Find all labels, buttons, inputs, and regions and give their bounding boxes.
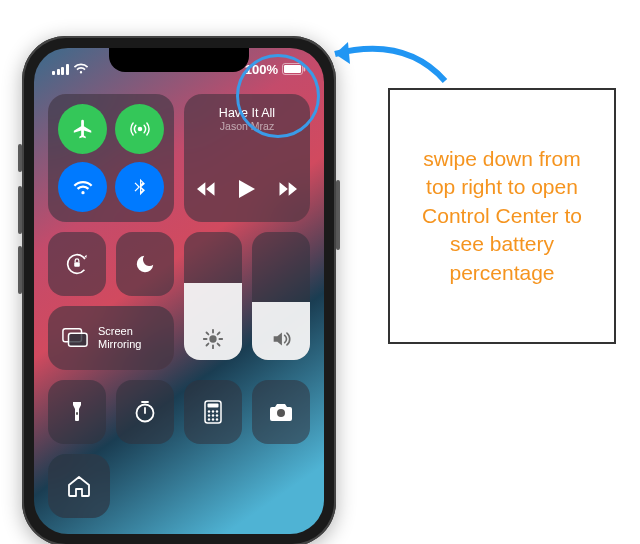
lock-dnd-row [48, 232, 174, 296]
svg-point-25 [216, 410, 218, 412]
svg-rect-2 [304, 67, 306, 72]
cellular-data-button[interactable] [115, 104, 164, 154]
screen: 100% [34, 48, 324, 534]
svg-line-12 [218, 344, 220, 346]
svg-rect-22 [208, 404, 219, 408]
wifi-icon [73, 63, 89, 75]
status-right: 100% [245, 62, 306, 77]
media-tile[interactable]: Have It All Jason Mraz [184, 94, 310, 222]
bluetooth-button[interactable] [115, 162, 164, 212]
volume-slider[interactable] [252, 232, 310, 360]
wifi-button[interactable] [58, 162, 107, 212]
media-info: Have It All Jason Mraz [194, 106, 300, 132]
do-not-disturb-button[interactable] [116, 232, 174, 296]
instruction-callout: swipe down from top right to open Contro… [388, 88, 616, 344]
calculator-button[interactable] [184, 380, 242, 444]
media-controls [194, 180, 300, 202]
forward-button[interactable] [277, 182, 297, 200]
svg-point-6 [209, 335, 216, 342]
battery-percent: 100% [245, 62, 278, 77]
notch [109, 48, 249, 72]
tools-row-left [48, 380, 174, 444]
svg-point-32 [277, 409, 285, 417]
home-button[interactable] [48, 454, 110, 518]
brightness-slider[interactable] [184, 232, 242, 360]
svg-point-31 [216, 418, 218, 420]
svg-point-30 [212, 418, 214, 420]
screen-mirroring-button[interactable]: Screen Mirroring [48, 306, 174, 370]
svg-line-11 [206, 332, 208, 334]
control-center[interactable]: Have It All Jason Mraz [34, 94, 324, 518]
svg-rect-16 [69, 333, 88, 346]
screen-mirroring-icon [62, 327, 88, 349]
mirror-label: Screen Mirroring [98, 325, 141, 351]
flashlight-button[interactable] [48, 380, 106, 444]
timer-button[interactable] [116, 380, 174, 444]
cellular-icon [52, 64, 69, 75]
phone-frame: 100% [22, 36, 336, 544]
svg-point-23 [208, 410, 210, 412]
svg-point-24 [212, 410, 214, 412]
tools-row-right [184, 380, 310, 444]
camera-button[interactable] [252, 380, 310, 444]
svg-point-28 [216, 414, 218, 416]
svg-line-13 [206, 344, 208, 346]
svg-rect-1 [284, 65, 301, 73]
phone-power-button [336, 180, 340, 250]
svg-point-26 [208, 414, 210, 416]
instruction-text: swipe down from top right to open Contro… [408, 145, 596, 287]
svg-point-29 [208, 418, 210, 420]
rewind-button[interactable] [197, 182, 217, 200]
media-artist: Jason Mraz [194, 120, 300, 132]
svg-point-3 [137, 127, 142, 132]
orientation-lock-button[interactable] [48, 232, 106, 296]
status-left [52, 63, 89, 75]
media-title: Have It All [194, 106, 300, 120]
play-button[interactable] [239, 180, 255, 202]
airplane-mode-button[interactable] [58, 104, 107, 154]
svg-point-27 [212, 414, 214, 416]
svg-rect-5 [74, 262, 80, 267]
svg-line-14 [218, 332, 220, 334]
sliders [184, 232, 310, 360]
battery-icon [282, 63, 306, 75]
connectivity-tile[interactable] [48, 94, 174, 222]
svg-rect-17 [76, 412, 78, 415]
